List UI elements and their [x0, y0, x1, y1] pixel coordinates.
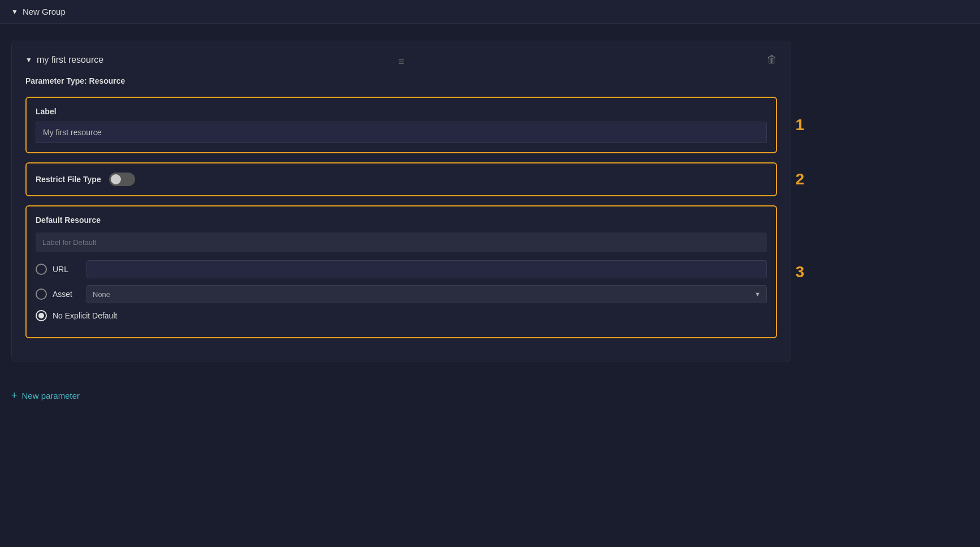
asset-radio-button[interactable]: [36, 288, 47, 300]
section-number-2: 2: [795, 170, 804, 188]
new-parameter-row[interactable]: + New parameter: [0, 378, 980, 413]
new-param-plus-icon: +: [11, 390, 18, 402]
label-field-label: Label: [36, 107, 767, 116]
default-resource-section: Default Resource URL Asset None ▼ N: [25, 205, 777, 338]
restrict-file-type-section: Restrict File Type 2: [25, 162, 777, 196]
restrict-row: Restrict File Type: [36, 173, 767, 186]
top-bar-chevron-icon: ▼: [11, 8, 18, 16]
new-parameter-button[interactable]: New parameter: [22, 391, 80, 400]
top-bar: ▼ New Group: [0, 0, 980, 24]
url-radio-label: URL: [53, 265, 81, 274]
default-label-input[interactable]: [36, 232, 767, 252]
asset-chevron-icon: ▼: [754, 291, 761, 298]
resource-header: ▼ my first resource ≡ 🗑: [25, 55, 777, 65]
delete-button[interactable]: 🗑: [767, 54, 777, 66]
toggle-track: [109, 173, 135, 186]
label-input[interactable]: [36, 122, 767, 143]
no-explicit-default-row: No Explicit Default: [36, 310, 767, 321]
resource-header-left: ▼ my first resource: [25, 55, 103, 65]
asset-radio-row: Asset None ▼: [36, 285, 767, 303]
top-bar-title: New Group: [23, 7, 66, 16]
no-explicit-default-label: No Explicit Default: [53, 311, 117, 320]
asset-radio-label: Asset: [53, 290, 81, 299]
resource-chevron-icon[interactable]: ▼: [25, 56, 32, 64]
default-resource-title: Default Resource: [36, 216, 767, 225]
url-radio-button[interactable]: [36, 264, 47, 275]
no-explicit-default-radio-button[interactable]: [36, 310, 47, 321]
section-number-3: 3: [795, 263, 804, 281]
drag-handle-icon[interactable]: ≡: [398, 56, 405, 68]
param-type-label: Parameter Type: Resource: [25, 76, 777, 85]
url-input[interactable]: [86, 260, 767, 278]
toggle-thumb: [111, 174, 121, 184]
asset-select-value: None: [93, 290, 110, 299]
restrict-file-type-label: Restrict File Type: [36, 175, 101, 184]
label-section: Label 1: [25, 97, 777, 153]
restrict-file-type-toggle[interactable]: [109, 173, 135, 186]
resource-title: my first resource: [37, 55, 103, 65]
section-number-1: 1: [795, 116, 804, 134]
resource-card: ▼ my first resource ≡ 🗑 Parameter Type: …: [11, 41, 791, 361]
asset-select-dropdown[interactable]: None ▼: [86, 285, 767, 303]
main-content: ▼ my first resource ≡ 🗑 Parameter Type: …: [0, 24, 980, 378]
url-radio-row: URL: [36, 260, 767, 278]
